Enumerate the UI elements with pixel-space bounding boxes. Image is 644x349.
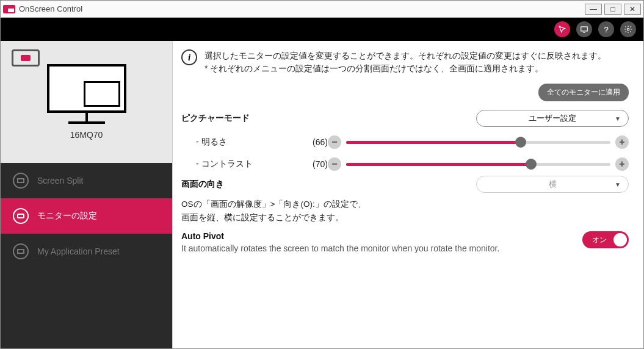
sidebar-nav: Screen Split モニターの設定 My Application Pres…: [1, 163, 172, 348]
picture-mode-label: ピクチャーモード: [181, 113, 303, 124]
contrast-increase-button[interactable]: +: [615, 157, 629, 171]
apply-all-monitors-button[interactable]: 全てのモニターに適用: [538, 84, 629, 101]
svg-rect-0: [581, 27, 588, 31]
brightness-decrease-button[interactable]: −: [328, 135, 341, 149]
sidebar-item-label: モニターの設定: [37, 210, 97, 221]
auto-pivot-description: It automatically rotates the screen to m…: [181, 243, 523, 253]
screen-split-icon: [13, 173, 29, 189]
sidebar-item-screen-split[interactable]: Screen Split: [1, 163, 172, 198]
app-icon: [3, 5, 15, 13]
contrast-slider[interactable]: [346, 163, 610, 166]
brightness-increase-button[interactable]: +: [615, 135, 629, 149]
monitor-model-label: 16MQ70: [70, 130, 103, 140]
monitor-glyph-icon: [47, 64, 126, 113]
help-icon[interactable]: ?: [598, 21, 614, 37]
picture-mode-select[interactable]: ユーザー設定 ▼: [476, 110, 629, 127]
cursor-tool-icon[interactable]: [554, 21, 570, 37]
close-button[interactable]: ✕: [624, 4, 641, 15]
brightness-slider[interactable]: [346, 141, 610, 144]
orientation-description: OSの「画面の解像度」>「向き(O):」の設定で、 画面を縦、横に設定することが…: [181, 198, 629, 224]
sidebar-item-app-preset[interactable]: My Application Preset: [1, 234, 172, 269]
info-text: 選択したモニターの設定値を変更することができます。それぞれの設定値の変更はすぐに…: [204, 49, 606, 75]
sidebar-item-monitor-settings[interactable]: モニターの設定: [1, 198, 172, 234]
brightness-label: - 明るさ: [181, 137, 303, 148]
chevron-down-icon: ▼: [615, 181, 621, 188]
sidebar-item-label: Screen Split: [37, 176, 83, 185]
app-window: OnScreen Control — □ ✕ ? 16MQ70: [0, 0, 644, 349]
preview-badge-icon: [12, 49, 40, 67]
contrast-value: (70): [303, 159, 328, 169]
info-icon: i: [181, 49, 197, 65]
contrast-label: - コントラスト: [181, 159, 303, 170]
auto-pivot-toggle[interactable]: オン: [582, 231, 629, 248]
settings-gear-icon[interactable]: [620, 21, 636, 37]
chevron-down-icon: ▼: [615, 115, 621, 122]
contrast-decrease-button[interactable]: −: [328, 157, 341, 171]
sidebar-item-label: My Application Preset: [37, 246, 120, 256]
minimize-button[interactable]: —: [585, 4, 602, 15]
monitor-icon[interactable]: [576, 21, 592, 37]
orientation-select[interactable]: 横 ▼: [476, 176, 629, 193]
maximize-button[interactable]: □: [604, 4, 621, 15]
monitor-preview: 16MQ70: [1, 41, 172, 163]
window-title: OnScreen Control: [19, 4, 82, 13]
sidebar: 16MQ70 Screen Split モニターの設定 My Applicati…: [1, 41, 173, 348]
titlebar: OnScreen Control — □ ✕: [1, 1, 643, 18]
auto-pivot-title: Auto Pivot: [181, 231, 570, 241]
main-panel: i 選択したモニターの設定値を変更することができます。それぞれの設定値の変更はす…: [173, 41, 643, 348]
top-toolbar: ?: [1, 18, 643, 41]
app-preset-icon: [13, 243, 29, 259]
orientation-label: 画面の向き: [181, 179, 303, 190]
svg-point-2: [627, 28, 629, 31]
monitor-settings-icon: [13, 208, 29, 224]
brightness-value: (66): [303, 137, 328, 147]
